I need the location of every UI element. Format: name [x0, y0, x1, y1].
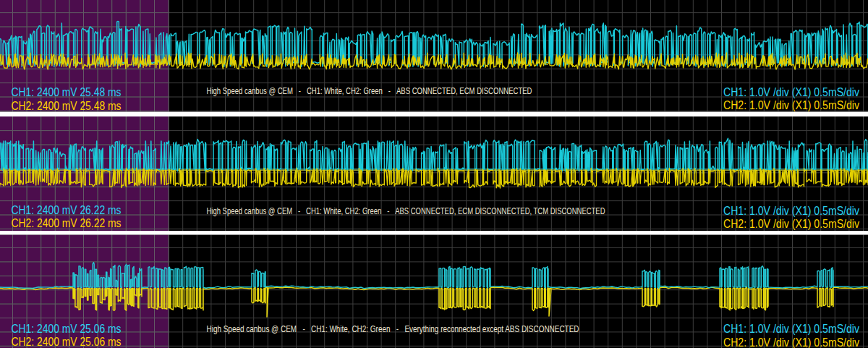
svg-text:CH1: 1.0V /div (X1) 0.5mS/div: CH1: 1.0V /div (X1) 0.5mS/div: [723, 86, 859, 98]
svg-text:CH2: 1.0V /div (X1) 0.5mS/div: CH2: 1.0V /div (X1) 0.5mS/div: [723, 99, 859, 111]
svg-text:High Speed canbus @ CEM -: High Speed canbus @ CEM - CH1: White, CH…: [207, 206, 605, 216]
svg-text:CH1: 2400 mV 26.22 ms: CH1: 2400 mV 26.22 ms: [12, 204, 122, 216]
svg-text:High Speed canbus @ CEM -: High Speed canbus @ CEM - CH1: White, CH…: [207, 324, 579, 334]
svg-text:CH2: 2400 mV 25.06 ms: CH2: 2400 mV 25.06 ms: [12, 336, 122, 348]
svg-text:CH1: 2400 mV 25.06 ms: CH1: 2400 mV 25.06 ms: [12, 323, 122, 335]
svg-text:CH2: 2400 mV 26.22 ms: CH2: 2400 mV 26.22 ms: [12, 217, 122, 229]
svg-text:CH2: 1.0V /div (X1) 0.5mS/div: CH2: 1.0V /div (X1) 0.5mS/div: [723, 218, 859, 230]
svg-text:CH1: 1.0V /div (X1) 0.5mS/div: CH1: 1.0V /div (X1) 0.5mS/div: [723, 205, 859, 217]
svg-text:CH1: 1.0V /div (X1) 0.5mS/div: CH1: 1.0V /div (X1) 0.5mS/div: [723, 323, 859, 335]
svg-text:CH2: 1.0V /div (X1) 0.5mS/div: CH2: 1.0V /div (X1) 0.5mS/div: [723, 336, 859, 348]
svg-text:CH1: 2400 mV 25.48 ms: CH1: 2400 mV 25.48 ms: [12, 86, 122, 98]
svg-text:CH2: 2400 mV 25.48 ms: CH2: 2400 mV 25.48 ms: [12, 100, 122, 112]
svg-text:High Speed canbus @ CEM -: High Speed canbus @ CEM - CH1: White, CH…: [207, 86, 532, 96]
